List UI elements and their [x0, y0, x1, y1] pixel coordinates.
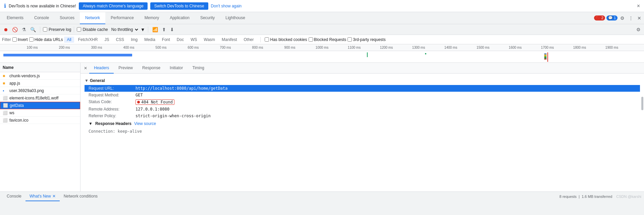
download-button[interactable]: ⬇ [169, 26, 175, 33]
tick-1900: 1900 ms [605, 46, 618, 49]
tab-sources[interactable]: Sources [54, 12, 80, 24]
tick-900: 900 ms [284, 46, 296, 49]
tab-preview[interactable]: Preview [114, 63, 138, 74]
invert-checkbox[interactable] [12, 37, 17, 42]
status-code-row: Status Code: 404 Not Found [85, 98, 640, 106]
tab-performance[interactable]: Performance [105, 12, 139, 24]
info-message: DevTools is now available in Chinese! [9, 4, 76, 8]
file-item-ws[interactable]: ⬜ ws [0, 109, 80, 117]
blocked-cookies-checkbox[interactable] [265, 37, 269, 42]
disable-cache-checkbox[interactable] [77, 27, 81, 32]
filter-wasm[interactable]: Wasm [201, 37, 218, 43]
view-source-link[interactable]: View source [134, 121, 156, 126]
general-arrow: ▼ [85, 78, 89, 83]
close-detail-button[interactable]: ✕ [82, 66, 89, 71]
dont-show-button[interactable]: Don't show again [211, 4, 242, 8]
file-item-getdata[interactable]: ⬜ getData [0, 102, 80, 109]
ws-icon: ⬜ [3, 111, 7, 115]
status-dot [137, 101, 140, 103]
font-icon: ⬜ [3, 96, 7, 100]
wifi-icon[interactable]: 📶 [151, 26, 159, 33]
record-button[interactable]: ⏺ [2, 26, 9, 33]
file-list-header: Name [0, 63, 80, 72]
general-section-header[interactable]: ▼ General [85, 76, 640, 85]
tab-network[interactable]: Network [80, 12, 105, 24]
tick-700: 700 ms [220, 46, 231, 49]
hide-data-urls-label[interactable]: Hide data URLs [29, 37, 63, 42]
detail-content: ▼ General Request URL: http://localhost:… [80, 74, 644, 137]
file-item-chunk-vendors[interactable]: ■ chunk-vendors.js [0, 72, 80, 80]
info-bar-close[interactable]: × [637, 3, 640, 9]
filter-other[interactable]: Other [241, 37, 256, 43]
whats-new-close[interactable]: ✕ [52, 194, 56, 199]
tab-response[interactable]: Response [138, 63, 165, 74]
third-party-label[interactable]: 3rd-party requests [347, 37, 385, 42]
throttle-select[interactable]: No throttling [109, 26, 139, 33]
tick-1400: 1400 ms [444, 46, 457, 49]
timeline-bar-1 [3, 54, 132, 56]
file-item-png[interactable]: ▪ user.36929a03.png [0, 87, 80, 94]
match-language-button[interactable]: Always match Chrome's language [79, 2, 148, 10]
tab-initiator[interactable]: Initiator [165, 63, 187, 74]
filter-js[interactable]: JS [102, 37, 112, 43]
filter-ws[interactable]: WS [188, 37, 200, 43]
tick-1600: 1600 ms [509, 46, 522, 49]
invert-label[interactable]: Invert [12, 37, 28, 42]
status-badge: 404 Not Found [136, 99, 174, 105]
clear-button[interactable]: 🚫 [11, 26, 19, 33]
hide-data-urls-checkbox[interactable] [29, 37, 34, 42]
filter-doc[interactable]: Doc [174, 37, 186, 43]
switch-chinese-button[interactable]: Switch DevTools to Chinese [150, 2, 208, 10]
message-icon: 💬 [608, 16, 613, 20]
more-button[interactable]: ⋮ [627, 14, 635, 22]
timeline: 100 ms 200 ms 300 ms 400 ms 500 ms 600 m… [0, 44, 644, 63]
tab-console[interactable]: Console [29, 12, 54, 24]
detail-panel: ✕ Headers Preview Response Initiator Tim… [80, 63, 644, 191]
bottom-tab-whats-new[interactable]: What's New ✕ [25, 192, 60, 201]
file-item-favicon[interactable]: ⬜ favicon.ico [0, 117, 80, 124]
tab-application[interactable]: Application [164, 12, 195, 24]
tab-headers[interactable]: Headers [89, 63, 114, 74]
timeline-dot-1 [425, 53, 426, 54]
remote-address-row: Remote Address: 127.0.0.1:8080 [85, 106, 640, 113]
filter-img[interactable]: Img [128, 37, 140, 43]
filter-font[interactable]: Font [159, 37, 173, 43]
tick-1700: 1700 ms [541, 46, 554, 49]
timeline-bar-multi [544, 53, 547, 60]
upload-button[interactable]: ⬆ [161, 26, 167, 33]
close-devtools-button[interactable]: ✕ [636, 14, 643, 22]
file-item-app[interactable]: ■ app.js [0, 80, 80, 87]
filter-all[interactable]: All [64, 37, 74, 43]
bottom-tab-network-conditions[interactable]: Network conditions [60, 192, 102, 201]
bottom-tab-console[interactable]: Console [3, 192, 25, 201]
tick-800: 800 ms [252, 46, 263, 49]
tab-elements[interactable]: Elements [1, 12, 29, 24]
preserve-log-label[interactable]: Preserve log [43, 27, 71, 32]
watermark: CSDN @karshi [616, 195, 641, 199]
tab-security[interactable]: Security [195, 12, 220, 24]
filter-button[interactable]: ⚗ [20, 26, 28, 33]
js-icon-2: ■ [3, 81, 7, 86]
filter-manifest[interactable]: Manifest [219, 37, 239, 43]
filter-fetch-xhr[interactable]: Fetch/XHR [75, 37, 101, 43]
response-headers-section[interactable]: ▼ Response Headers View source [85, 119, 640, 128]
filter-media[interactable]: Media [142, 37, 158, 43]
blocked-cookies-label[interactable]: Has blocked cookies [265, 37, 307, 42]
blocked-requests-label[interactable]: Blocked Requests [309, 37, 346, 42]
filter-css[interactable]: CSS [113, 37, 127, 43]
tab-timing[interactable]: Timing [187, 63, 209, 74]
tick-1000: 1000 ms [316, 46, 328, 49]
info-badge: 💬 1 [606, 15, 618, 20]
third-party-checkbox[interactable] [347, 37, 352, 42]
file-item-woff[interactable]: ⬜ element-icons.ff18efd1.woff [0, 94, 80, 102]
filter-bar: Filter Invert Hide data URLs All Fetch/X… [0, 35, 644, 44]
preserve-log-checkbox[interactable] [43, 27, 47, 32]
disable-cache-label[interactable]: Disable cache [77, 27, 108, 32]
throttle-dropdown-icon: ▼ [141, 27, 145, 32]
tab-lighthouse[interactable]: Lighthouse [220, 12, 251, 24]
blocked-requests-checkbox[interactable] [309, 37, 313, 42]
search-button[interactable]: 🔍 [29, 26, 37, 33]
settings-button[interactable]: ⚙ [619, 14, 626, 22]
tab-memory[interactable]: Memory [139, 12, 164, 24]
settings-network-button[interactable]: ⚙ [635, 26, 642, 33]
